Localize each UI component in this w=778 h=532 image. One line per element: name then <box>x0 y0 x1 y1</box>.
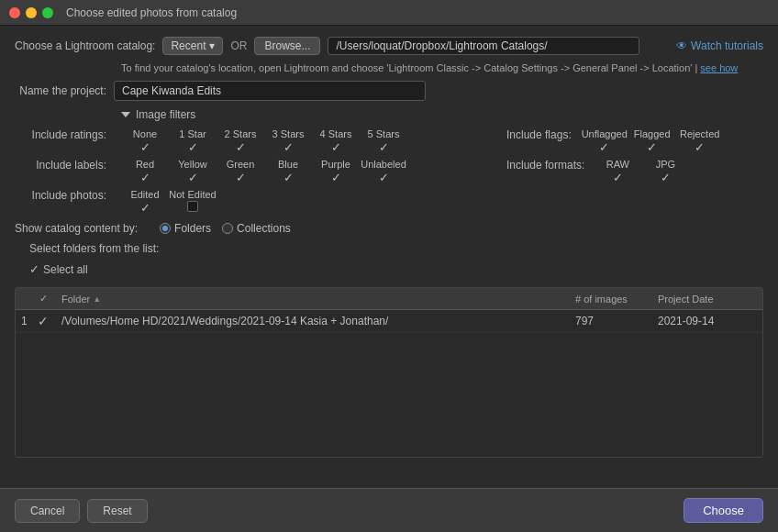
project-row: Name the project: <box>15 81 763 101</box>
flagged-col: Flagged ✓ <box>628 128 676 154</box>
labels-row: Include labels: Red ✓ Yellow ✓ Green <box>15 159 506 184</box>
window-title: Choose edited photos from catalog <box>66 6 237 19</box>
title-bar: Choose edited photos from catalog <box>0 0 778 26</box>
th-images: # of images <box>570 291 652 306</box>
bottom-left-buttons: Cancel Reset <box>15 499 148 523</box>
show-catalog-label: Show catalog content by: <box>15 222 138 235</box>
see-how-link[interactable]: see how <box>700 62 738 73</box>
rating-none-col: None ✓ <box>121 128 169 154</box>
photos-label: Include photos: <box>15 189 106 202</box>
labels-label: Include labels: <box>15 159 106 172</box>
formats-label: Include formats: <box>506 159 594 172</box>
triangle-icon <box>121 112 130 117</box>
edited-col: Edited ✓ <box>121 189 169 215</box>
rating-4stars-col: 4 Stars ✓ <box>312 128 360 154</box>
watch-tutorials-link[interactable]: 👁 Watch tutorials <box>676 39 763 52</box>
info-text: To find your catalog's location, open Li… <box>15 62 763 73</box>
select-all-row: ✓ Select all <box>15 262 763 276</box>
collections-radio-label: Collections <box>237 222 291 235</box>
project-label: Name the project: <box>15 84 106 97</box>
bottom-bar: Cancel Reset Choose <box>0 488 778 532</box>
th-check: ✓ <box>34 291 56 306</box>
formats-cols: RAW ✓ JPG ✓ <box>594 159 689 184</box>
photos-row: Include photos: Edited ✓ Not Edited <box>15 189 506 215</box>
raw-col: RAW ✓ <box>594 159 641 184</box>
ratings-label: Include ratings: <box>15 128 106 141</box>
flags-row: Include flags: Unflagged ✓ Flagged ✓ Rej… <box>506 128 763 154</box>
folders-radio-circle <box>160 223 171 234</box>
folders-radio[interactable]: Folders <box>160 222 211 235</box>
checkmark-icon: ✓ <box>29 262 39 276</box>
td-number: 1 <box>16 313 34 329</box>
rating-1star-col: 1 Star ✓ <box>169 128 217 154</box>
td-check: ✓ <box>34 312 56 330</box>
main-content: Choose a Lightroom catalog: Recent ▾ OR … <box>0 26 778 287</box>
traffic-lights <box>9 7 53 18</box>
choose-button[interactable]: Choose <box>684 498 763 523</box>
not-edited-checkbox[interactable] <box>187 201 198 212</box>
catalog-row: Choose a Lightroom catalog: Recent ▾ OR … <box>15 37 763 55</box>
flags-cols: Unflagged ✓ Flagged ✓ Rejected ✓ <box>581 128 724 154</box>
label-purple-col: Purple ✓ <box>312 159 360 184</box>
th-number <box>16 291 34 306</box>
ratings-header: None ✓ 1 Star ✓ 2 Stars ✓ 3 Stars <box>121 128 407 154</box>
unflagged-col: Unflagged ✓ <box>581 128 628 154</box>
rejected-col: Rejected ✓ <box>676 128 724 154</box>
catalog-label: Choose a Lightroom catalog: <box>15 39 155 52</box>
eye-icon: 👁 <box>676 39 687 52</box>
label-red-col: Red ✓ <box>121 159 169 184</box>
td-date: 2021-09-14 <box>652 313 762 329</box>
label-green-col: Green ✓ <box>217 159 264 184</box>
rating-3stars-col: 3 Stars ✓ <box>264 128 312 154</box>
maximize-button[interactable] <box>42 7 53 18</box>
table-body: 1 ✓ /Volumes/Home HD/2021/Weddings/2021-… <box>16 310 762 457</box>
recent-dropdown[interactable]: Recent ▾ <box>162 37 223 55</box>
radio-group: Folders Collections <box>160 222 291 235</box>
rating-5stars-col: 5 Stars ✓ <box>360 128 407 154</box>
label-blue-col: Blue ✓ <box>264 159 312 184</box>
select-folders-label: Select folders from the list: <box>15 242 763 255</box>
flags-label: Include flags: <box>506 128 581 141</box>
table-row: 1 ✓ /Volumes/Home HD/2021/Weddings/2021-… <box>16 310 762 333</box>
sort-arrow-icon: ▲ <box>93 294 101 304</box>
th-date: Project Date <box>652 291 762 306</box>
collections-radio[interactable]: Collections <box>222 222 291 235</box>
td-folder: /Volumes/Home HD/2021/Weddings/2021-09-1… <box>56 313 570 329</box>
image-filters-toggle[interactable]: Image filters <box>15 108 763 121</box>
or-text: OR <box>230 39 247 52</box>
folders-table: ✓ Folder ▲ # of images Project Date 1 ✓ … <box>15 287 763 458</box>
formats-row: Include formats: RAW ✓ JPG ✓ <box>506 159 763 184</box>
table-header: ✓ Folder ▲ # of images Project Date <box>16 288 762 310</box>
show-catalog-row: Show catalog content by: Folders Collect… <box>15 222 763 235</box>
ratings-row: Include ratings: None ✓ 1 Star ✓ 2 <box>15 128 506 154</box>
label-unlabeled-col: Unlabeled ✓ <box>360 159 407 184</box>
minimize-button[interactable] <box>26 7 37 18</box>
jpg-col: JPG ✓ <box>641 159 689 184</box>
not-edited-col: Not Edited <box>169 189 217 215</box>
reset-button[interactable]: Reset <box>87 499 147 523</box>
rating-2stars-col: 2 Stars ✓ <box>217 128 264 154</box>
catalog-path-input[interactable] <box>328 37 639 55</box>
project-name-input[interactable] <box>114 81 426 101</box>
close-button[interactable] <box>9 7 20 18</box>
cancel-button[interactable]: Cancel <box>15 499 80 523</box>
th-folder[interactable]: Folder ▲ <box>56 291 570 306</box>
folders-radio-label: Folders <box>174 222 211 235</box>
td-images: 797 <box>570 313 652 329</box>
select-all-label[interactable]: Select all <box>43 263 88 276</box>
collections-radio-circle <box>222 223 233 234</box>
browse-button[interactable]: Browse... <box>254 37 320 55</box>
labels-cols: Red ✓ Yellow ✓ Green ✓ Blue <box>121 159 407 184</box>
label-yellow-col: Yellow ✓ <box>169 159 217 184</box>
